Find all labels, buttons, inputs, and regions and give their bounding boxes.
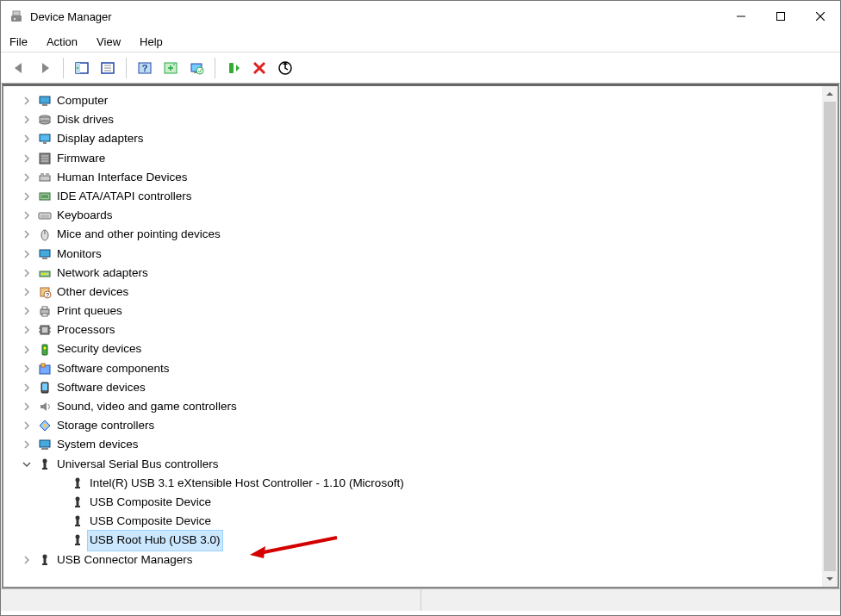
- tree-category-row[interactable]: Disk drives: [21, 110, 838, 129]
- tree-category-row[interactable]: Human Interface Devices: [21, 168, 838, 187]
- uninstall-button[interactable]: [248, 57, 271, 79]
- menu-file[interactable]: File: [9, 35, 28, 48]
- device-icon: [38, 132, 52, 146]
- scan-button[interactable]: [159, 57, 182, 79]
- expander-icon[interactable]: [21, 114, 33, 126]
- expander-icon[interactable]: [21, 401, 33, 413]
- tree-category-row[interactable]: System devices: [21, 435, 838, 454]
- tree-category-row[interactable]: Computer: [21, 91, 838, 110]
- statusbar: [1, 588, 840, 611]
- svg-rect-29: [43, 142, 47, 144]
- svg-rect-65: [41, 364, 45, 367]
- maximize-button[interactable]: [761, 1, 801, 32]
- tree-device-row[interactable]: USB Composite Device: [53, 512, 838, 531]
- vertical-scrollbar[interactable]: [822, 86, 838, 587]
- tree-device-row[interactable]: Intel(R) USB 3.1 eXtensible Host Control…: [53, 474, 838, 493]
- expander-icon[interactable]: [21, 286, 33, 298]
- tree-category-row[interactable]: Monitors: [21, 245, 838, 264]
- svg-rect-88: [42, 563, 47, 565]
- menu-help[interactable]: Help: [140, 35, 163, 48]
- expander-icon[interactable]: [21, 228, 33, 240]
- category-label: Display adapters: [57, 129, 144, 148]
- svg-rect-35: [40, 173, 44, 176]
- forward-button[interactable]: [34, 57, 56, 79]
- expander-icon[interactable]: [21, 267, 33, 279]
- tree-category-row[interactable]: Network adapters: [21, 264, 838, 283]
- expander-icon[interactable]: [21, 324, 33, 336]
- tree-category-row[interactable]: Display adapters: [21, 129, 838, 148]
- svg-rect-57: [42, 327, 47, 333]
- menu-view[interactable]: View: [97, 35, 121, 48]
- tree-category-row[interactable]: Firmware: [21, 149, 838, 168]
- tree-category-row[interactable]: Keyboards: [21, 206, 838, 225]
- expander-icon[interactable]: [21, 248, 33, 260]
- scan-hardware-button[interactable]: [274, 57, 296, 79]
- svg-point-63: [44, 346, 47, 349]
- device-icon: [38, 304, 52, 318]
- close-button[interactable]: [801, 1, 840, 32]
- tree-category-row[interactable]: Storage controllers: [21, 416, 838, 435]
- toolbar: ?: [1, 53, 840, 84]
- help-button[interactable]: ?: [134, 57, 156, 79]
- tree-category-row[interactable]: USB Connector Managers: [21, 551, 838, 569]
- tree-category-row[interactable]: Print queues: [21, 302, 838, 320]
- expander-icon[interactable]: [21, 554, 33, 566]
- tree-category-row[interactable]: Mice and other pointing devices: [21, 225, 838, 244]
- back-button[interactable]: [8, 57, 30, 79]
- tree-category-row-usb[interactable]: Universal Serial Bus controllers: [21, 455, 838, 474]
- svg-rect-70: [41, 448, 48, 450]
- scroll-thumb[interactable]: [824, 102, 836, 571]
- menu-action[interactable]: Action: [47, 35, 78, 48]
- enable-device-button[interactable]: [222, 57, 245, 79]
- tree-category-row[interactable]: Software components: [21, 359, 838, 378]
- device-icon: [38, 152, 52, 165]
- category-label: Sound, video and game controllers: [57, 397, 237, 416]
- show-hide-tree-button[interactable]: [71, 57, 93, 79]
- device-label: Intel(R) USB 3.1 eXtensible Host Control…: [90, 474, 404, 493]
- expander-icon[interactable]: [21, 171, 33, 184]
- properties-button[interactable]: [97, 57, 119, 79]
- tree-category-row[interactable]: Processors: [21, 320, 838, 339]
- category-label: Security devices: [57, 339, 141, 358]
- update-driver-button[interactable]: [185, 57, 208, 79]
- scroll-up-icon[interactable]: [822, 86, 838, 102]
- expander-icon[interactable]: [21, 363, 33, 375]
- expander-icon[interactable]: [21, 152, 33, 165]
- device-tree[interactable]: ComputerDisk drivesDisplay adaptersFirmw…: [3, 86, 838, 575]
- tree-category-row[interactable]: Sound, video and game controllers: [21, 397, 838, 416]
- category-label: Human Interface Devices: [57, 168, 188, 187]
- expander-icon[interactable]: [21, 133, 33, 145]
- expander-icon[interactable]: [21, 305, 33, 317]
- device-icon: [38, 208, 52, 222]
- tree-category-row[interactable]: IDE ATA/ATAPI controllers: [21, 187, 838, 206]
- svg-point-2: [14, 18, 16, 20]
- expander-icon[interactable]: [21, 344, 33, 356]
- expander-icon[interactable]: [21, 382, 33, 394]
- category-label: Computer: [57, 91, 108, 110]
- tree-device-row[interactable]: USB Root Hub (USB 3.0): [53, 531, 838, 550]
- window-controls: [721, 1, 840, 32]
- titlebar: Device Manager: [1, 1, 840, 32]
- status-cell-2: [421, 589, 841, 611]
- category-label: Mice and other pointing devices: [57, 225, 221, 244]
- expander-icon[interactable]: [21, 190, 33, 202]
- tree-category-row[interactable]: Security devices: [21, 339, 838, 358]
- minimize-button[interactable]: [721, 1, 761, 32]
- tree-category-row[interactable]: Software devices: [21, 378, 838, 397]
- svg-rect-1: [13, 11, 20, 16]
- category-label: Storage controllers: [57, 416, 154, 435]
- device-icon: [38, 247, 52, 261]
- usb-icon: [38, 457, 52, 471]
- expander-icon[interactable]: [21, 209, 33, 221]
- expander-icon[interactable]: [21, 439, 33, 451]
- scroll-down-icon[interactable]: [822, 571, 838, 587]
- expander-icon[interactable]: [21, 420, 33, 432]
- tree-device-row[interactable]: USB Composite Device: [53, 493, 838, 512]
- expander-icon[interactable]: [21, 458, 33, 470]
- category-label: Universal Serial Bus controllers: [57, 455, 219, 474]
- tree-category-row[interactable]: ?Other devices: [21, 283, 838, 302]
- svg-rect-73: [42, 468, 47, 470]
- category-label: Other devices: [57, 283, 128, 302]
- expander-icon[interactable]: [21, 95, 33, 107]
- svg-rect-82: [75, 525, 80, 526]
